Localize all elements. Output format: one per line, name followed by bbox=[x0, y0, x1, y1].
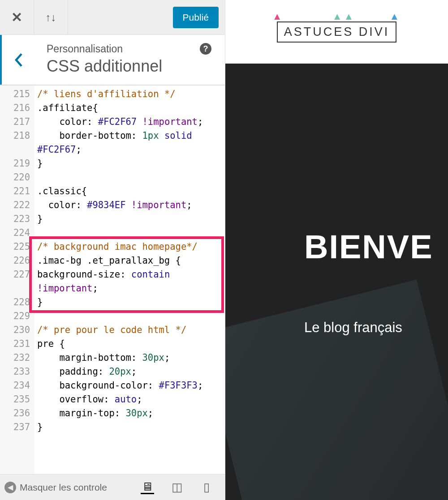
customizer-panel: ✕ ↑↓ Publié Personnalisation CSS additio… bbox=[0, 0, 225, 500]
code-line[interactable]: /* liens d'affiliation */ bbox=[37, 87, 221, 101]
code-line[interactable] bbox=[37, 171, 221, 184]
site-logo[interactable]: ▲ ▲▲ ▲ ASTUCES DIVI bbox=[277, 21, 397, 43]
publish-button[interactable]: Publié bbox=[173, 7, 219, 28]
code-line[interactable]: /* background imac homepage*/ bbox=[37, 240, 221, 254]
code-line[interactable]: color: #FC2F67 !important; bbox=[37, 115, 221, 129]
code-line[interactable] bbox=[37, 226, 221, 240]
reorder-button[interactable]: ↑↓ bbox=[34, 0, 68, 34]
code-line[interactable]: background-size: contain !important; bbox=[37, 268, 221, 295]
code-line[interactable]: } bbox=[37, 420, 221, 434]
breadcrumb: Personnalisation bbox=[47, 43, 225, 55]
code-line[interactable] bbox=[37, 309, 221, 323]
hero-section: BIENVE Le blog français bbox=[225, 64, 448, 500]
customizer-bottombar: ◀ Masquer les controle 🖥 ◫ ▯ bbox=[0, 474, 225, 500]
device-desktop-button[interactable]: 🖥 bbox=[141, 481, 154, 494]
collapse-controls-button[interactable]: ◀ Masquer les controle bbox=[4, 482, 107, 493]
logo-decoration-icon: ▲▲ bbox=[332, 11, 356, 22]
logo-text: ASTUCES DIVI bbox=[284, 25, 390, 38]
device-switcher: 🖥 ◫ ▯ bbox=[141, 481, 220, 494]
code-line[interactable]: color: #9834EF !important; bbox=[37, 198, 221, 212]
editor-body[interactable]: /* liens d'affiliation */.affiliate{ col… bbox=[34, 85, 225, 474]
code-line[interactable]: margin-bottom: 30px; bbox=[37, 351, 221, 365]
code-line[interactable]: } bbox=[37, 157, 221, 171]
device-tablet-button[interactable]: ◫ bbox=[170, 481, 184, 494]
code-line[interactable]: /* pre pour le code html */ bbox=[37, 323, 221, 337]
hero-subtitle: Le blog français bbox=[304, 320, 448, 336]
code-line[interactable]: .imac-bg .et_parallax_bg { bbox=[37, 254, 221, 268]
code-line[interactable]: pre { bbox=[37, 337, 221, 351]
css-editor[interactable]: 215216217218 219220221222223224225226227… bbox=[0, 85, 225, 474]
code-line[interactable]: border-bottom: 1px solid #FC2F67; bbox=[37, 129, 221, 157]
code-line[interactable]: .affiliate{ bbox=[37, 101, 221, 115]
page-title: CSS additionnel bbox=[47, 57, 225, 76]
hero-title: BIENVE bbox=[304, 228, 448, 266]
code-line[interactable]: padding: 20px; bbox=[37, 365, 221, 379]
collapse-icon: ◀ bbox=[4, 482, 16, 493]
section-header: Personnalisation CSS additionnel ? bbox=[0, 35, 225, 85]
code-line[interactable]: overflow: auto; bbox=[37, 393, 221, 406]
code-line[interactable]: margin-top: 30px; bbox=[37, 406, 221, 420]
site-preview: ▲ ▲▲ ▲ ASTUCES DIVI BIENVE Le blog franç… bbox=[225, 0, 448, 500]
close-button[interactable]: ✕ bbox=[0, 0, 34, 34]
help-icon[interactable]: ? bbox=[200, 43, 211, 55]
code-line[interactable]: background-color: #F3F3F3; bbox=[37, 379, 221, 393]
back-button[interactable] bbox=[0, 35, 36, 85]
logo-decoration-icon: ▲ bbox=[272, 11, 284, 22]
logo-decoration-icon: ▲ bbox=[389, 11, 401, 22]
code-line[interactable]: } bbox=[37, 295, 221, 309]
editor-gutter: 215216217218 219220221222223224225226227… bbox=[0, 85, 34, 474]
collapse-label: Masquer les controle bbox=[20, 482, 107, 493]
customizer-topbar: ✕ ↑↓ Publié bbox=[0, 0, 225, 35]
chevron-left-icon bbox=[15, 53, 23, 67]
code-line[interactable]: .classic{ bbox=[37, 184, 221, 198]
hero-background bbox=[225, 280, 448, 500]
device-mobile-button[interactable]: ▯ bbox=[200, 481, 213, 494]
site-header: ▲ ▲▲ ▲ ASTUCES DIVI bbox=[225, 0, 448, 64]
code-line[interactable]: } bbox=[37, 212, 221, 226]
